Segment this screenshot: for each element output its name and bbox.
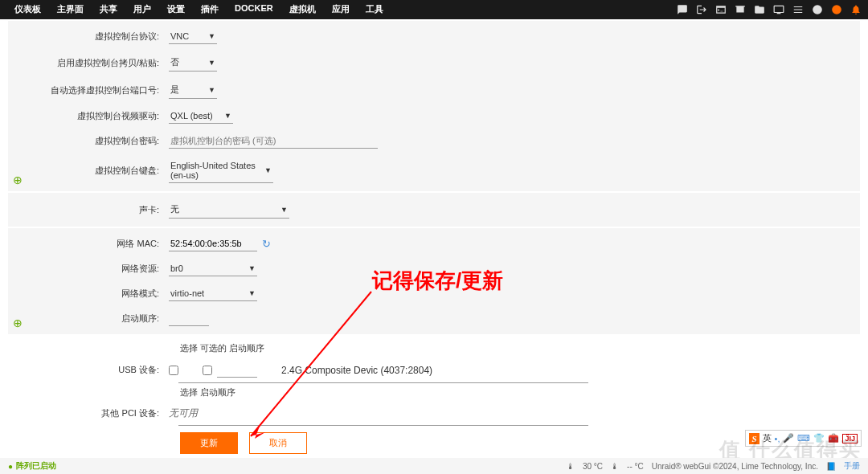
nav-settings[interactable]: 设置 (159, 0, 193, 22)
usb-select-checkbox[interactable] (169, 366, 178, 375)
usb-optional-checkbox[interactable] (203, 366, 212, 375)
usb-info-2: 选择 启动顺序 (8, 383, 860, 402)
add-network-icon[interactable]: ⊕ (13, 317, 23, 329)
console-video-select[interactable]: QXL (best)▼ (169, 108, 233, 124)
nav-tabs: 仪表板 主界面 共享 用户 设置 插件 DOCKER 虚拟机 应用 工具 (6, 0, 391, 22)
network-bootorder-input[interactable] (169, 311, 209, 326)
network-source-label: 网络资源: (8, 263, 169, 275)
console-copypaste-select[interactable]: 否▼ (169, 54, 217, 72)
sound-select[interactable]: 无▼ (169, 201, 289, 219)
logout-icon[interactable] (696, 4, 707, 15)
update-button[interactable]: 更新 (180, 432, 238, 454)
nav-users[interactable]: 用户 (125, 0, 159, 22)
status-dot-icon: ● (8, 462, 13, 471)
temp-icon-2: 🌡 (611, 462, 619, 471)
nav-dashboard[interactable]: 仪表板 (6, 0, 49, 22)
sound-label: 声卡: (8, 204, 169, 216)
help-icon[interactable] (812, 4, 823, 15)
console-keyboard-select[interactable]: English-United States (en-us)▼ (169, 158, 273, 183)
refresh-mac-icon[interactable]: ↻ (262, 238, 271, 250)
usb-label: USB 设备: (8, 364, 169, 376)
temp-icon-1: 🌡 (567, 462, 575, 471)
console-autoport-select[interactable]: 是▼ (169, 81, 217, 99)
ime-brand-icon: ĴIJ (842, 434, 858, 443)
folder-icon[interactable] (754, 4, 765, 15)
ime-mic-icon[interactable]: 🎤 (783, 433, 794, 443)
chevron-down-icon: ▼ (208, 32, 215, 40)
nav-tools[interactable]: 工具 (358, 0, 391, 22)
chevron-down-icon: ▼ (208, 59, 215, 67)
array-status: ● 阵列已启动 (8, 460, 56, 472)
ime-skin-icon[interactable]: 👕 (813, 433, 825, 443)
footer: ● 阵列已启动 🌡 30 °C 🌡 -- °C Unraid® webGui ©… (0, 458, 868, 474)
manual-icon: 📘 (826, 462, 836, 471)
monitor-icon[interactable] (773, 4, 784, 15)
terminal-icon[interactable] (715, 4, 727, 15)
nav-plugins[interactable]: 插件 (193, 0, 227, 22)
nav-icons (677, 4, 862, 15)
nav-apps[interactable]: 应用 (324, 0, 358, 22)
svg-point-1 (832, 5, 841, 14)
network-mac-label: 网络 MAC: (8, 238, 169, 250)
pci-none-text: 无可用 (169, 407, 198, 420)
console-password-input[interactable] (169, 133, 378, 149)
console-password-label: 虚拟控制台密码: (8, 135, 169, 147)
temp-2: -- °C (627, 462, 644, 471)
network-source-select[interactable]: br0▼ (169, 261, 257, 276)
network-model-select[interactable]: virtio-net▼ (169, 286, 257, 301)
console-section: 虚拟控制台协议: VNC▼ 启用虚拟控制台拷贝/粘贴: 否▼ 自动选择虚拟控制台… (8, 21, 860, 191)
ime-toolbar[interactable]: S 英 •, 🎤 ⌨ 👕 🧰 ĴIJ (745, 430, 862, 447)
chevron-down-icon: ▼ (280, 206, 288, 214)
ime-toolbox-icon[interactable]: 🧰 (828, 433, 839, 443)
console-video-label: 虚拟控制台视频驱动: (8, 110, 169, 122)
feedback-icon[interactable] (677, 4, 688, 15)
console-copypaste-label: 启用虚拟控制台拷贝/粘贴: (8, 57, 169, 69)
nav-shares[interactable]: 共享 (92, 0, 125, 22)
svg-point-0 (813, 5, 822, 14)
nav-main[interactable]: 主界面 (49, 0, 92, 22)
windows-icon[interactable] (735, 4, 746, 15)
chevron-down-icon: ▼ (248, 289, 256, 297)
ime-punct-icon[interactable]: •, (775, 434, 780, 443)
alert-icon[interactable] (850, 4, 862, 15)
usb-device-name: 2.4G Composite Devic (4037:2804) (281, 365, 432, 376)
copyright: Unraid® webGui ©2024, Lime Technology, I… (652, 462, 818, 471)
console-keyboard-label: 虚拟控制台键盘: (8, 165, 169, 177)
manual-link[interactable]: 手册 (844, 460, 860, 472)
temp-1: 30 °C (583, 462, 603, 471)
info-icon[interactable] (831, 4, 842, 15)
pci-label: 其他 PCI 设备: (8, 407, 169, 419)
network-bootorder-label: 启动顺序: (8, 313, 169, 325)
chevron-down-icon: ▼ (264, 166, 272, 174)
nav-vms[interactable]: 虚拟机 (281, 0, 324, 22)
network-model-label: 网络模式: (8, 288, 169, 300)
chevron-down-icon: ▼ (208, 86, 215, 94)
ime-logo-icon: S (749, 433, 759, 444)
network-mac-input[interactable] (169, 236, 257, 251)
ime-keyboard-icon[interactable]: ⌨ (797, 433, 810, 443)
nav-docker[interactable]: DOCKER (227, 0, 281, 22)
usb-pci-section: 选择 可选的 启动顺序 USB 设备: 2.4G Composite Devic… (8, 336, 860, 464)
console-autoport-label: 自动选择虚拟控制台端口号: (8, 84, 169, 96)
cancel-button[interactable]: 取消 (249, 432, 307, 454)
ime-lang[interactable]: 英 (763, 432, 772, 444)
add-console-icon[interactable]: ⊕ (13, 174, 23, 186)
console-protocol-select[interactable]: VNC▼ (169, 29, 217, 44)
console-protocol-label: 虚拟控制台协议: (8, 31, 169, 43)
usb-info-1: 选择 可选的 启动顺序 (8, 339, 860, 358)
chevron-down-icon: ▼ (224, 112, 231, 120)
sound-section: 声卡: 无▼ (8, 193, 860, 227)
top-navigation: 仪表板 主界面 共享 用户 设置 插件 DOCKER 虚拟机 应用 工具 (0, 0, 868, 19)
network-section: 网络 MAC: ↻ 网络资源: br0▼ 网络模式: virtio-net▼ 启… (8, 228, 860, 334)
chevron-down-icon: ▼ (248, 264, 256, 272)
list-icon[interactable] (792, 4, 804, 15)
usb-bootorder-input[interactable] (217, 362, 257, 378)
